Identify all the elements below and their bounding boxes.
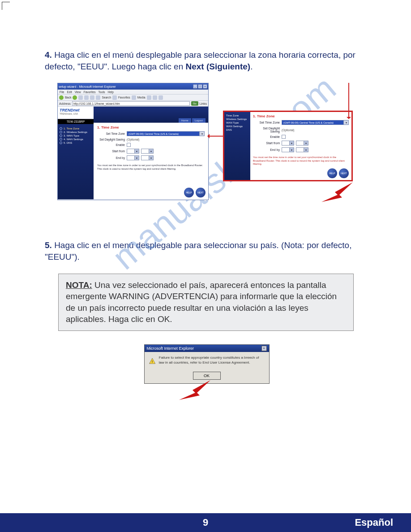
zoom-sidebar: Time Zone Wireless Settings WAN Type WAN… — [224, 112, 250, 180]
step-4-tail: . — [250, 62, 253, 71]
chevron-down-icon: ▾ — [289, 141, 294, 145]
minimize-button[interactable]: _ — [193, 84, 197, 89]
search-icon[interactable] — [96, 95, 100, 100]
dialog-title: Microsoft Internet Explorer — [147, 346, 194, 351]
media-icon[interactable] — [132, 95, 136, 100]
nav-wan-type[interactable]: 3. WAN Type — [60, 134, 92, 137]
menu-view[interactable]: View — [75, 90, 81, 94]
zoom-nav-item[interactable]: DNS — [226, 128, 248, 132]
section-title: 1. Time Zone — [97, 125, 205, 129]
zoom-nav-item[interactable]: Time Zone — [226, 114, 248, 117]
svg-marker-0 — [321, 182, 353, 202]
close-button[interactable]: × — [203, 84, 207, 89]
label-set-tz: Set Time Zone — [253, 121, 280, 124]
forward-button[interactable] — [73, 95, 77, 100]
timezone-select[interactable]: (GMT-06:00) Central Time (US & Canada)▾ — [127, 131, 205, 136]
menu-file[interactable]: File — [60, 90, 64, 94]
refresh-button[interactable] — [84, 95, 89, 100]
nav-wan-settings[interactable]: 4. WAN Settings — [60, 137, 92, 141]
chevron-down-icon: ▾ — [304, 141, 308, 145]
router-page: TRENDnet TRENDware, USA TEW-231BRP 1. Ti… — [58, 107, 208, 199]
bullet-icon — [60, 127, 62, 130]
step-4: 4. Haga clic en el menú desplegable para… — [45, 49, 368, 213]
zoom-nav-item[interactable]: WAN Settings — [226, 124, 248, 128]
router-top-bar: Home Logout — [94, 107, 208, 123]
chevron-down-icon: ▾ — [304, 148, 308, 152]
back-button[interactable] — [59, 95, 64, 100]
window-titlebar: setup wizard - Microsoft Internet Explor… — [58, 83, 208, 90]
footer-note: You must set the time zone in order to s… — [97, 164, 205, 171]
maximize-button[interactable]: □ — [198, 84, 202, 89]
row-daylight: Set Daylight Saving (Optional) — [253, 127, 349, 133]
ok-button[interactable]: OK — [193, 372, 221, 380]
dialog-message: Failure to select the appropriate countr… — [159, 356, 265, 365]
start-day-select[interactable]: ▾ — [296, 141, 308, 146]
home-button[interactable] — [90, 95, 94, 100]
mail-icon[interactable] — [153, 95, 157, 100]
row-start: Start from ▾ ▾ — [253, 141, 349, 146]
toolbar: Back Search Favorites Media — [58, 94, 208, 101]
enable-checkbox[interactable] — [127, 143, 131, 147]
url-input[interactable]: http://192.168.1.1/frame_wizard.htm — [72, 101, 190, 106]
screenshot-dialog: Microsoft Internet Explorer × ! Failure … — [144, 344, 270, 403]
end-day-select[interactable]: ▾ — [296, 147, 308, 152]
back-label: Back — [65, 96, 71, 99]
nav-wireless[interactable]: 2. Wireless Settings — [60, 130, 92, 134]
help-button[interactable]: HELP — [327, 168, 337, 178]
tab-home[interactable]: Home — [179, 118, 191, 123]
note-label: NOTA: — [66, 280, 92, 290]
step-5-text: 5. Haga clic en el menú desplegable para… — [45, 240, 368, 262]
address-label: Address — [59, 102, 71, 105]
start-month-select[interactable]: ▾ — [282, 141, 294, 146]
history-icon[interactable] — [147, 95, 151, 100]
label-daylight: Set Daylight Saving — [97, 138, 125, 141]
note-body: Una vez seleccionado el país, aparecerá … — [66, 280, 337, 324]
note-box: NOTA: Una vez seleccionado el país, apar… — [58, 274, 354, 331]
timezone-select[interactable]: (GMT-06:00) Central Time (US & Canada)▾ — [282, 120, 349, 125]
brand-box: TRENDnet TRENDware, USA — [58, 107, 94, 119]
go-button[interactable]: Go — [191, 101, 198, 106]
enable-checkbox[interactable] — [282, 135, 286, 139]
help-button[interactable]: HELP — [184, 188, 194, 197]
language-label: Español — [355, 517, 393, 528]
row-end: End by ▾ ▾ — [253, 147, 349, 152]
nav-label: 3. WAN Type — [64, 134, 79, 137]
zoom-nav-item[interactable]: WAN Type — [226, 121, 248, 124]
next-button[interactable]: NEXT — [196, 188, 206, 197]
menu-help[interactable]: Help — [108, 90, 114, 94]
bullet-icon — [60, 142, 62, 144]
start-day-select[interactable]: ▾ — [141, 149, 154, 154]
tab-logout[interactable]: Logout — [192, 118, 206, 123]
label-enable: Enable — [97, 143, 125, 146]
svg-text:!: ! — [151, 360, 153, 364]
chevron-down-icon: ▾ — [149, 156, 153, 160]
favorites-icon[interactable] — [112, 95, 117, 100]
menu-favorites[interactable]: Favorites — [84, 90, 96, 94]
label-daylight: Set Daylight Saving — [253, 127, 280, 133]
dialog-close-button[interactable]: × — [261, 346, 267, 351]
bullet-icon — [60, 138, 62, 141]
nav-dns[interactable]: 5. DNS — [60, 141, 92, 145]
brand-logo: TRENDnet — [60, 108, 92, 112]
end-day-select[interactable]: ▾ — [141, 155, 154, 160]
timezone-value: (GMT-06:00) Central Time (US & Canada) — [283, 121, 334, 124]
start-month-select[interactable]: ▾ — [127, 149, 139, 154]
row-end: End by ▾ ▾ — [97, 155, 205, 160]
wizard-nav-buttons: HELP NEXT — [327, 168, 349, 178]
end-month-select[interactable]: ▾ — [127, 155, 139, 160]
nav-label: 5. DNS — [64, 142, 72, 144]
stop-button[interactable] — [78, 95, 83, 100]
print-icon[interactable] — [158, 95, 163, 100]
screenshot-group-timezone: setup wizard - Microsoft Internet Explor… — [57, 83, 384, 213]
favorites-label: Favorites — [118, 96, 130, 99]
menu-tools[interactable]: Tools — [98, 90, 105, 94]
nav-time-zone[interactable]: 1. Time Zone — [60, 127, 92, 130]
dialog-body: ! Failure to select the appropriate coun… — [145, 352, 269, 370]
media-label: Media — [137, 96, 146, 99]
zoom-nav-item[interactable]: Wireless Settings — [226, 117, 248, 121]
menu-edit[interactable]: Edit — [67, 90, 72, 94]
dialog-titlebar: Microsoft Internet Explorer × — [145, 345, 269, 352]
end-month-select[interactable]: ▾ — [282, 147, 294, 152]
callout-arrow-down — [348, 83, 349, 118]
next-button[interactable]: NEXT — [339, 168, 349, 178]
